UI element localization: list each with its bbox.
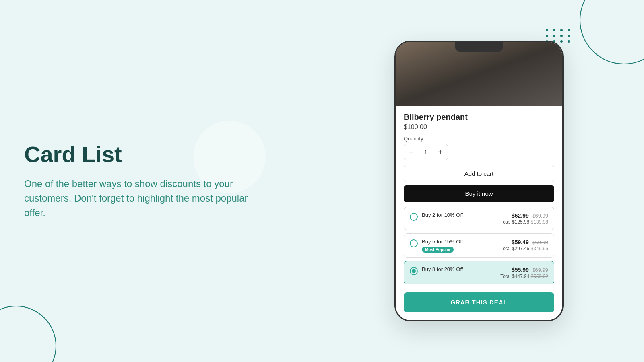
phone-notch [455,42,503,52]
deal-2-total-old: $349.95 [531,246,548,251]
deal-2-total: Total $297.46 $349.95 [500,246,548,251]
quantity-decrease-button[interactable]: − [404,144,419,160]
deal-1-new-price: $62.99 [512,212,529,219]
deal-2-old-price: $69.99 [532,239,548,245]
grab-deal-button[interactable]: GRAB THIS DEAL [404,292,554,312]
deal-option-3[interactable]: Buy 8 for 20% Off $55.99 $69.99 Total $4… [404,261,554,284]
quantity-label: Quantity [404,136,554,142]
deal-3-label: Buy 8 for 20% Off [422,266,496,272]
deal-1-old-price: $69.99 [532,213,548,219]
deal-1-total: Total $125.98 $139.98 [500,219,548,225]
add-to-cart-button[interactable]: Add to cart [404,165,554,182]
quantity-value: 1 [419,144,433,160]
deal-1-pricing: $62.99 $69.99 Total $125.98 $139.98 [500,212,548,225]
deal-option-1[interactable]: Buy 2 for 10% Off $62.99 $69.99 Total $1… [404,207,554,230]
deal-1-label: Buy 2 for 10% Off [422,212,496,218]
product-info: Bilberry pendant $100.00 Quantity − 1 + … [396,106,562,207]
deco-circle-bottom-left [0,306,56,362]
deal-3-new-price: $55.99 [512,267,529,273]
deal-2-label: Buy 5 for 15% Off [422,239,496,245]
page-title: Card List [24,142,250,167]
deal-3-pricing: $55.99 $69.99 Total $447.94 $559.92 [500,266,548,279]
deal-2-radio[interactable] [410,239,418,247]
deal-2-pricing: $59.49 $69.99 Total $297.46 $349.95 [500,239,548,251]
deal-3-old-price: $69.99 [532,267,548,273]
quantity-control: − 1 + [404,144,448,160]
phone-container: Bilberry pendant $100.00 Quantity − 1 + … [394,41,564,321]
buy-it-now-button[interactable]: Buy it now [404,185,554,202]
deal-3-info: Buy 8 for 20% Off [422,266,496,273]
phone-mockup: Bilberry pendant $100.00 Quantity − 1 + … [394,41,564,321]
deal-option-2[interactable]: Buy 5 for 15% Off Most Popular $59.49 $6… [404,233,554,258]
left-content: Card List One of the better ways to show… [24,142,250,220]
deco-circle-top-right [580,0,644,64]
deal-3-total-new: $447.94 [512,274,529,279]
page-description: One of the better ways to show discounts… [24,177,250,220]
deal-3-total: Total $447.94 $559.92 [500,274,548,279]
most-popular-badge: Most Popular [422,247,454,253]
deal-2-info: Buy 5 for 15% Off Most Popular [422,239,496,253]
product-price: $100.00 [404,123,554,131]
deal-1-radio[interactable] [410,213,418,221]
product-name: Bilberry pendant [404,113,554,122]
deal-1-info: Buy 2 for 10% Off [422,212,496,219]
deal-3-total-old: $559.92 [531,274,548,279]
deal-3-radio[interactable] [410,267,418,275]
deal-1-total-new: $125.98 [512,219,529,225]
deal-1-total-old: $139.98 [531,219,548,225]
quantity-increase-button[interactable]: + [433,144,448,160]
deal-2-new-price: $59.49 [512,239,529,245]
deal-2-total-new: $297.46 [512,246,529,251]
deals-section: Buy 2 for 10% Off $62.99 $69.99 Total $1… [396,207,562,292]
